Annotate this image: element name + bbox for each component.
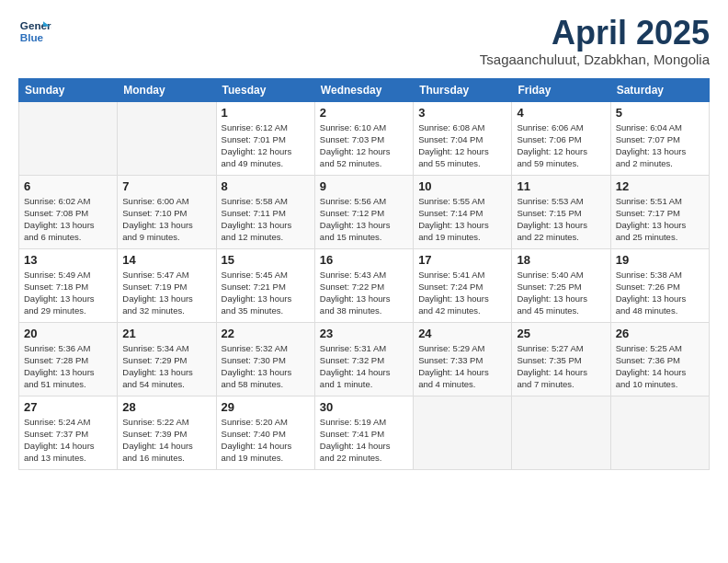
day-info: Sunrise: 5:24 AM Sunset: 7:37 PM Dayligh… <box>24 416 112 465</box>
day-number: 17 <box>418 253 506 267</box>
calendar-cell <box>610 396 709 469</box>
calendar-cell: 21Sunrise: 5:34 AM Sunset: 7:29 PM Dayli… <box>118 322 216 396</box>
day-number: 7 <box>122 179 210 193</box>
day-number: 11 <box>517 179 605 193</box>
calendar-cell: 14Sunrise: 5:47 AM Sunset: 7:19 PM Dayli… <box>118 248 216 322</box>
calendar-week-row: 1Sunrise: 6:12 AM Sunset: 7:01 PM Daylig… <box>19 101 710 175</box>
calendar-cell: 18Sunrise: 5:40 AM Sunset: 7:25 PM Dayli… <box>512 248 610 322</box>
day-number: 6 <box>24 179 112 193</box>
day-info: Sunrise: 5:31 AM Sunset: 7:32 PM Dayligh… <box>320 342 408 391</box>
calendar-day-header: Monday <box>118 78 216 101</box>
day-number: 27 <box>24 400 112 414</box>
day-info: Sunrise: 5:45 AM Sunset: 7:21 PM Dayligh… <box>222 269 310 317</box>
calendar: SundayMondayTuesdayWednesdayThursdayFrid… <box>18 78 710 470</box>
day-number: 10 <box>418 179 506 193</box>
day-info: Sunrise: 5:40 AM Sunset: 7:25 PM Dayligh… <box>517 269 605 317</box>
calendar-cell: 24Sunrise: 5:29 AM Sunset: 7:33 PM Dayli… <box>414 322 512 396</box>
day-number: 25 <box>517 327 605 340</box>
calendar-day-header: Sunday <box>19 78 118 101</box>
subtitle: Tsagaanchuluut, Dzabkhan, Mongolia <box>480 52 710 67</box>
day-number: 22 <box>222 327 310 340</box>
day-number: 5 <box>616 106 704 120</box>
calendar-cell: 9Sunrise: 5:56 AM Sunset: 7:12 PM Daylig… <box>314 175 413 248</box>
calendar-cell: 30Sunrise: 5:19 AM Sunset: 7:41 PM Dayli… <box>314 396 413 469</box>
day-number: 21 <box>122 327 210 340</box>
calendar-header-row: SundayMondayTuesdayWednesdayThursdayFrid… <box>19 78 710 101</box>
page: General Blue April 2025 Tsagaanchuluut, … <box>0 0 728 485</box>
calendar-cell: 19Sunrise: 5:38 AM Sunset: 7:26 PM Dayli… <box>610 248 709 322</box>
day-info: Sunrise: 5:29 AM Sunset: 7:33 PM Dayligh… <box>418 342 506 391</box>
day-number: 20 <box>24 327 112 340</box>
calendar-week-row: 20Sunrise: 5:36 AM Sunset: 7:28 PM Dayli… <box>19 322 710 396</box>
calendar-cell: 10Sunrise: 5:55 AM Sunset: 7:14 PM Dayli… <box>414 175 512 248</box>
day-number: 16 <box>320 253 408 267</box>
day-info: Sunrise: 5:47 AM Sunset: 7:19 PM Dayligh… <box>122 269 210 317</box>
calendar-day-header: Wednesday <box>314 78 413 101</box>
calendar-cell: 20Sunrise: 5:36 AM Sunset: 7:28 PM Dayli… <box>19 322 118 396</box>
day-number: 30 <box>320 400 408 414</box>
day-info: Sunrise: 6:12 AM Sunset: 7:01 PM Dayligh… <box>222 121 310 170</box>
day-info: Sunrise: 6:04 AM Sunset: 7:07 PM Dayligh… <box>616 121 704 170</box>
day-number: 15 <box>222 253 310 267</box>
day-info: Sunrise: 5:20 AM Sunset: 7:40 PM Dayligh… <box>222 416 310 465</box>
calendar-week-row: 27Sunrise: 5:24 AM Sunset: 7:37 PM Dayli… <box>19 396 710 469</box>
logo-icon: General Blue <box>18 15 51 48</box>
calendar-week-row: 6Sunrise: 6:02 AM Sunset: 7:08 PM Daylig… <box>19 175 710 248</box>
day-info: Sunrise: 5:38 AM Sunset: 7:26 PM Dayligh… <box>616 269 704 317</box>
day-number: 2 <box>320 106 408 120</box>
calendar-cell <box>19 101 118 175</box>
day-info: Sunrise: 5:22 AM Sunset: 7:39 PM Dayligh… <box>122 416 210 465</box>
calendar-day-header: Thursday <box>414 78 512 101</box>
day-info: Sunrise: 6:06 AM Sunset: 7:06 PM Dayligh… <box>517 121 605 170</box>
calendar-week-row: 13Sunrise: 5:49 AM Sunset: 7:18 PM Dayli… <box>19 248 710 322</box>
calendar-cell: 22Sunrise: 5:32 AM Sunset: 7:30 PM Dayli… <box>216 322 314 396</box>
day-info: Sunrise: 6:02 AM Sunset: 7:08 PM Dayligh… <box>24 195 112 244</box>
calendar-cell: 29Sunrise: 5:20 AM Sunset: 7:40 PM Dayli… <box>216 396 314 469</box>
day-number: 4 <box>517 106 605 120</box>
calendar-cell: 3Sunrise: 6:08 AM Sunset: 7:04 PM Daylig… <box>414 101 512 175</box>
day-number: 18 <box>517 253 605 267</box>
calendar-cell <box>118 101 216 175</box>
day-number: 28 <box>122 400 210 414</box>
day-number: 3 <box>418 106 506 120</box>
day-info: Sunrise: 5:58 AM Sunset: 7:11 PM Dayligh… <box>222 195 310 244</box>
day-info: Sunrise: 5:19 AM Sunset: 7:41 PM Dayligh… <box>320 416 408 465</box>
calendar-cell: 28Sunrise: 5:22 AM Sunset: 7:39 PM Dayli… <box>118 396 216 469</box>
calendar-cell: 2Sunrise: 6:10 AM Sunset: 7:03 PM Daylig… <box>314 101 413 175</box>
calendar-cell: 5Sunrise: 6:04 AM Sunset: 7:07 PM Daylig… <box>610 101 709 175</box>
day-info: Sunrise: 6:08 AM Sunset: 7:04 PM Dayligh… <box>418 121 506 170</box>
calendar-cell: 23Sunrise: 5:31 AM Sunset: 7:32 PM Dayli… <box>314 322 413 396</box>
day-number: 8 <box>222 179 310 193</box>
calendar-day-header: Tuesday <box>216 78 314 101</box>
day-info: Sunrise: 5:43 AM Sunset: 7:22 PM Dayligh… <box>320 269 408 317</box>
day-number: 14 <box>122 253 210 267</box>
day-info: Sunrise: 5:36 AM Sunset: 7:28 PM Dayligh… <box>24 342 112 391</box>
day-number: 23 <box>320 327 408 340</box>
day-info: Sunrise: 6:10 AM Sunset: 7:03 PM Dayligh… <box>320 121 408 170</box>
calendar-cell: 12Sunrise: 5:51 AM Sunset: 7:17 PM Dayli… <box>610 175 709 248</box>
day-number: 26 <box>616 327 704 340</box>
day-info: Sunrise: 5:51 AM Sunset: 7:17 PM Dayligh… <box>616 195 704 244</box>
header: General Blue April 2025 Tsagaanchuluut, … <box>18 15 710 67</box>
day-info: Sunrise: 5:25 AM Sunset: 7:36 PM Dayligh… <box>616 342 704 391</box>
day-info: Sunrise: 5:56 AM Sunset: 7:12 PM Dayligh… <box>320 195 408 244</box>
month-title: April 2025 <box>480 15 710 52</box>
calendar-cell: 11Sunrise: 5:53 AM Sunset: 7:15 PM Dayli… <box>512 175 610 248</box>
day-number: 19 <box>616 253 704 267</box>
day-number: 1 <box>222 106 310 120</box>
calendar-cell <box>414 396 512 469</box>
calendar-cell: 25Sunrise: 5:27 AM Sunset: 7:35 PM Dayli… <box>512 322 610 396</box>
day-number: 13 <box>24 253 112 267</box>
calendar-cell: 16Sunrise: 5:43 AM Sunset: 7:22 PM Dayli… <box>314 248 413 322</box>
day-number: 24 <box>418 327 506 340</box>
day-info: Sunrise: 5:32 AM Sunset: 7:30 PM Dayligh… <box>222 342 310 391</box>
day-info: Sunrise: 5:55 AM Sunset: 7:14 PM Dayligh… <box>418 195 506 244</box>
logo: General Blue <box>18 15 51 48</box>
calendar-cell: 6Sunrise: 6:02 AM Sunset: 7:08 PM Daylig… <box>19 175 118 248</box>
calendar-cell: 4Sunrise: 6:06 AM Sunset: 7:06 PM Daylig… <box>512 101 610 175</box>
calendar-cell: 1Sunrise: 6:12 AM Sunset: 7:01 PM Daylig… <box>216 101 314 175</box>
day-number: 29 <box>222 400 310 414</box>
day-number: 12 <box>616 179 704 193</box>
calendar-cell: 27Sunrise: 5:24 AM Sunset: 7:37 PM Dayli… <box>19 396 118 469</box>
day-number: 9 <box>320 179 408 193</box>
